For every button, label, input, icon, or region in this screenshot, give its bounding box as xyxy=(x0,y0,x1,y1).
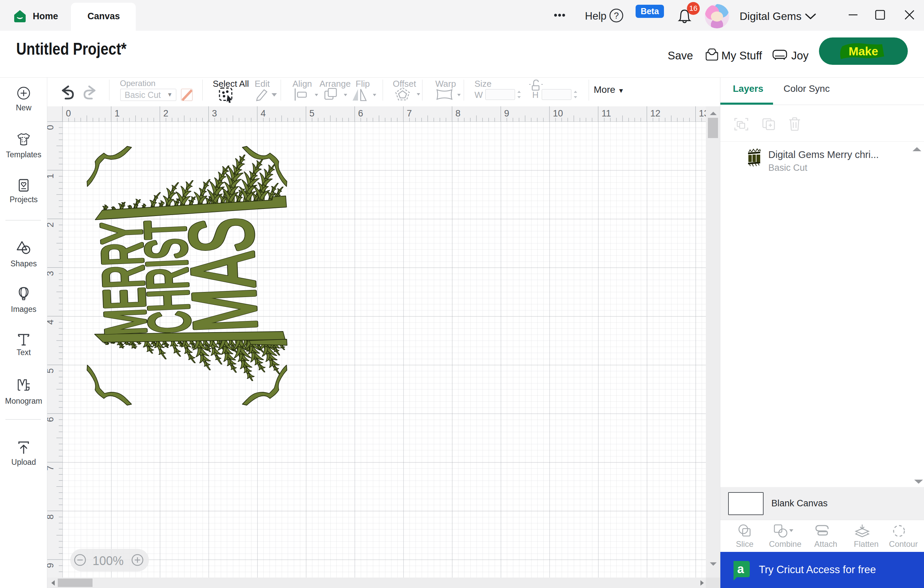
svg-text:3: 3 xyxy=(47,271,55,276)
svg-text:1: 1 xyxy=(47,173,55,179)
svg-text:6: 6 xyxy=(47,417,55,422)
svg-text:?: ? xyxy=(614,10,619,21)
svg-text:8: 8 xyxy=(455,108,460,119)
svg-text:12: 12 xyxy=(650,108,660,119)
svg-text:13: 13 xyxy=(699,108,706,119)
svg-text:2: 2 xyxy=(47,222,55,227)
svg-text:2: 2 xyxy=(163,108,168,119)
svg-text:4: 4 xyxy=(47,320,55,325)
svg-text:9: 9 xyxy=(47,563,55,568)
svg-text:4: 4 xyxy=(261,108,266,119)
svg-text:7: 7 xyxy=(47,466,55,471)
svg-text:0: 0 xyxy=(66,108,71,119)
svg-text:7: 7 xyxy=(407,108,412,119)
svg-text:9: 9 xyxy=(504,108,509,119)
svg-text:1: 1 xyxy=(114,108,120,119)
svg-text:8: 8 xyxy=(47,514,55,519)
svg-text:10: 10 xyxy=(553,108,563,119)
svg-text:MAS: MAS xyxy=(170,216,275,334)
svg-text:11: 11 xyxy=(601,108,611,119)
svg-text:5: 5 xyxy=(309,108,314,119)
svg-text:a: a xyxy=(737,562,744,576)
svg-text:3: 3 xyxy=(212,108,217,119)
svg-text:5: 5 xyxy=(47,368,55,373)
svg-text:6: 6 xyxy=(358,108,363,119)
svg-text:0: 0 xyxy=(47,125,55,130)
